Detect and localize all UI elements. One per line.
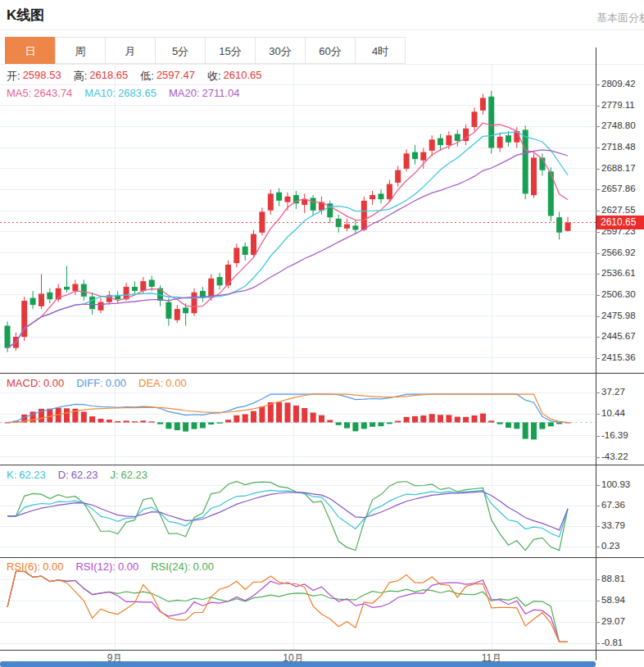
page-title: K线图 [7,6,44,25]
rsi12-label: RSI(12): [75,560,115,573]
high-value: 2618.65 [89,69,128,84]
low-value: 2597.47 [156,69,195,84]
y-axis-tick [596,232,600,233]
y-axis-tick [596,126,600,127]
y-axis-label: -0.81 [601,638,623,647]
y-axis-label: 58.94 [601,595,625,605]
diff-value: 0.00 [106,377,126,389]
tab-4时[interactable]: 4时 [355,37,406,64]
y-axis-tick [596,622,600,623]
y-axis-label: 2506.30 [601,289,636,299]
y-axis-tick [596,547,600,547]
y-axis-tick [596,436,600,437]
y-axis-label: 2415.36 [601,352,636,362]
rsi6-label: RSI(6): [7,560,40,573]
dea-value: 0.00 [166,377,186,389]
macd-label: MACD: [7,377,41,389]
tab-周[interactable]: 周 [55,37,106,64]
y-axis-label: 10.44 [601,408,625,418]
y-axis-label: 37.27 [601,387,625,397]
y-axis-label: -16.39 [601,430,628,440]
panel-divider [0,650,644,651]
y-axis-tick [596,169,600,170]
y-axis-tick [596,579,600,580]
y-axis-label: 2688.17 [601,163,636,173]
kline-app: K线图 基本面分析 日周月5分15分30分60分4时 开:2598.53 高:2… [0,0,644,667]
dea-label: DEA: [138,377,163,389]
rsi-legend: RSI(6):0.00 RSI(12):0.00 RSI(24):0.00 [7,560,214,573]
y-axis-tick [596,485,600,486]
y-axis-tick [596,106,600,107]
y-axis-tick [596,84,600,85]
fundamental-analysis-link[interactable]: 基本面分析 [596,11,644,25]
y-axis-label: 2627.55 [601,205,636,215]
tab-30分[interactable]: 30分 [255,37,306,64]
close-label: 收: [207,69,221,84]
y-axis-label: 2779.11 [601,100,635,110]
y-axis-tick [596,189,600,190]
y-axis-label: 2536.61 [601,268,636,278]
kdj-legend: K:62.23 D:62.23 J:62.23 [7,469,147,481]
ma-legend: MA5:2643.74 MA10:2683.65 MA20:2711.04 [7,87,240,99]
j-value: 62.23 [121,469,148,481]
open-label: 开: [7,69,20,84]
y-axis-label: 2809.42 [601,79,636,88]
ma20-value: 2711.04 [202,87,240,99]
ohlc-legend: 开:2598.53 高:2618.65 低:2597.47 收:2610.65 [7,69,262,84]
tab-日[interactable]: 日 [5,37,56,64]
tab-15分[interactable]: 15分 [205,37,256,64]
y-axis-label: 2475.98 [601,311,636,320]
y-axis-label: 2445.67 [601,331,636,341]
panel-divider [0,557,644,558]
x-axis-label: 10月 [283,651,303,665]
y-axis-tick [596,316,600,317]
y-axis-tick [596,643,600,644]
tab-5分[interactable]: 5分 [155,37,206,64]
y-axis-tick [596,526,600,527]
y-axis-label: 2657.86 [601,184,636,193]
ma5-label: MA5: [7,87,31,99]
main-candlestick-chart[interactable] [0,65,596,373]
y-axis-label: 33.79 [601,520,625,530]
close-value: 2610.65 [224,69,262,84]
y-axis-label: 88.81 [601,574,625,583]
x-axis-label: 9月 [107,651,123,665]
y-axis-tick [596,457,600,458]
rsi24-value: 0.00 [193,560,214,573]
current-price-tag: 2610.65 [596,216,644,229]
macd-legend: MACD:0.00 DIFF:0.00 DEA:0.00 [7,377,187,389]
price-axis-line [596,48,596,660]
rsi6-value: 0.00 [43,560,63,573]
y-axis-tick [596,211,600,211]
y-axis-tick [596,337,600,338]
ma10-label: MA10: [84,87,116,99]
y-axis-tick [596,253,600,254]
tab-60分[interactable]: 60分 [305,37,356,64]
rsi24-label: RSI(24): [151,560,190,573]
d-value: 62.23 [71,469,98,481]
panel-divider [0,465,644,465]
y-axis-tick [596,506,600,506]
y-axis-tick [596,601,600,601]
d-label: D: [58,469,69,481]
y-axis-label: 0.23 [601,541,619,551]
x-axis-label: 11月 [482,651,501,665]
y-axis-label: -43.22 [601,451,628,461]
y-axis-tick [596,358,600,359]
y-axis-tick [596,147,600,148]
y-axis-tick [596,295,600,296]
low-label: 低: [140,69,154,84]
y-axis-label: 2566.92 [601,247,636,257]
k-value: 62.23 [19,469,46,481]
ma5-value: 2643.74 [34,87,72,99]
tab-月[interactable]: 月 [105,37,156,64]
ma10-value: 2683.65 [118,87,156,99]
y-axis-label: 67.36 [601,500,625,510]
k-label: K: [7,469,16,481]
rsi12-value: 0.00 [118,560,138,573]
y-axis-tick [596,414,600,415]
diff-label: DIFF: [76,377,103,389]
macd-value: 0.00 [43,377,64,389]
panel-divider [0,373,644,374]
y-axis-label: 2718.48 [601,142,636,152]
